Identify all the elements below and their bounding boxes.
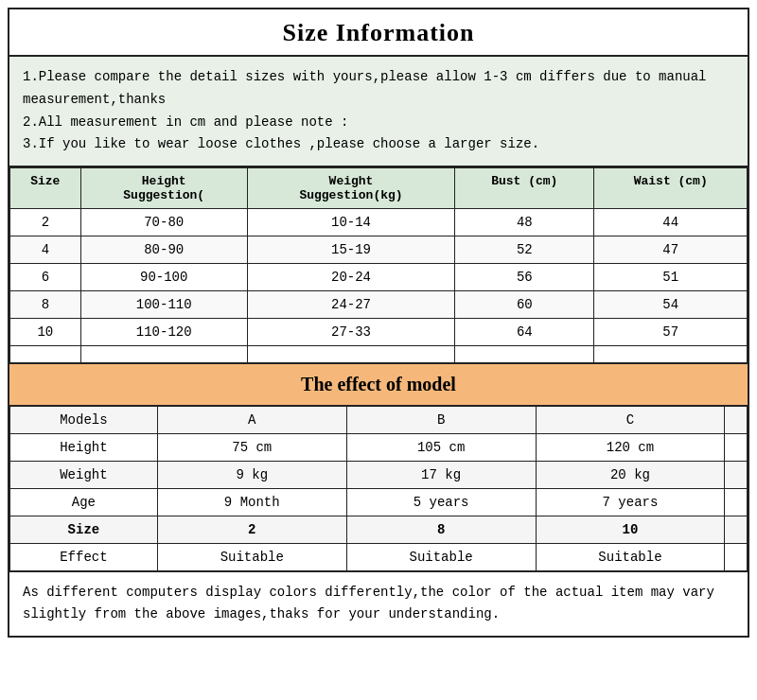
table-cell: 64 (455, 319, 594, 346)
table-cell: 90-100 (80, 264, 247, 291)
table-cell: 15-19 (247, 236, 455, 264)
table-cell: 70-80 (80, 209, 247, 236)
notes-section: 1.Please compare the detail sizes with y… (9, 57, 748, 167)
model-table-row: EffectSuitableSuitableSuitable (10, 543, 748, 571)
model-cell: Suitable (536, 543, 725, 571)
table-cell: 80-90 (80, 236, 247, 264)
model-cell: A (157, 406, 346, 433)
table-cell: 27-33 (247, 319, 455, 346)
table-cell: 10 (10, 319, 81, 346)
model-cell: 75 cm (157, 433, 346, 461)
model-cell: Suitable (346, 543, 536, 571)
model-section-title: The effect of model (9, 364, 748, 406)
table-cell: 100-110 (80, 291, 247, 319)
model-row-label: Models (10, 406, 158, 433)
model-table-row: Age9 Month5 years7 years (10, 488, 748, 516)
model-cell: C (536, 406, 725, 433)
note-3: 3.If you like to wear loose clothes ,ple… (23, 133, 734, 156)
table-row: 10110-12027-336457 (10, 319, 748, 346)
note-2: 2.All measurement in cm and please note … (23, 112, 734, 134)
col-header-bust: Bust (cm) (455, 168, 594, 209)
model-cell: 20 kg (536, 461, 725, 488)
table-row: 690-10020-245651 (10, 264, 748, 291)
table-cell: 57 (594, 319, 748, 346)
table-cell: 10-14 (247, 209, 455, 236)
empty-row (10, 346, 748, 363)
table-cell: 44 (594, 209, 748, 236)
model-row-label: Effect (10, 543, 158, 571)
model-cell: 9 kg (157, 461, 346, 488)
table-row: 480-9015-195247 (10, 236, 748, 264)
model-cell: 7 years (536, 488, 725, 516)
model-cell: 2 (157, 516, 346, 543)
model-row-label: Weight (10, 461, 158, 488)
model-table-row: Height75 cm105 cm120 cm (10, 433, 748, 461)
table-cell: 51 (594, 264, 748, 291)
table-cell: 48 (455, 209, 594, 236)
table-row: 8100-11024-276054 (10, 291, 748, 319)
table-row: 270-8010-144844 (10, 209, 748, 236)
footer-note: As different computers display colors di… (9, 572, 748, 637)
model-cell: 120 cm (536, 433, 725, 461)
main-container: Size Information 1.Please compare the de… (8, 8, 749, 638)
model-cell: Suitable (157, 543, 346, 571)
table-cell: 24-27 (247, 291, 455, 319)
note-1: 1.Please compare the detail sizes with y… (23, 66, 734, 112)
table-cell: 56 (455, 264, 594, 291)
model-cell: 17 kg (346, 461, 536, 488)
model-cell: 9 Month (157, 488, 346, 516)
table-cell: 6 (10, 264, 81, 291)
col-header-waist: Waist (cm) (594, 168, 748, 209)
table-cell: 54 (594, 291, 748, 319)
table-cell: 110-120 (80, 319, 247, 346)
model-cell: 10 (536, 516, 725, 543)
model-row-label: Height (10, 433, 158, 461)
model-cell: 5 years (346, 488, 536, 516)
size-table: Size HeightSuggestion( WeightSuggestion(… (9, 167, 748, 364)
model-cell: 8 (346, 516, 536, 543)
model-table-row: Size2810 (10, 516, 748, 543)
table-cell: 8 (10, 291, 81, 319)
col-header-weight: WeightSuggestion(kg) (247, 168, 455, 209)
table-cell: 4 (10, 236, 81, 264)
table-cell: 47 (594, 236, 748, 264)
size-table-header-row: Size HeightSuggestion( WeightSuggestion(… (10, 168, 748, 209)
model-table: ModelsABCHeight75 cm105 cm120 cmWeight9 … (9, 406, 748, 572)
page-title: Size Information (9, 9, 748, 57)
col-header-size: Size (10, 168, 81, 209)
model-cell: 105 cm (346, 433, 536, 461)
col-header-height: HeightSuggestion( (80, 168, 247, 209)
model-table-row: ModelsABC (10, 406, 748, 433)
model-cell: B (346, 406, 536, 433)
table-cell: 2 (10, 209, 81, 236)
model-table-row: Weight9 kg17 kg20 kg (10, 461, 748, 488)
model-row-label: Size (10, 516, 158, 543)
table-cell: 52 (455, 236, 594, 264)
table-cell: 60 (455, 291, 594, 319)
model-row-label: Age (10, 488, 158, 516)
table-cell: 20-24 (247, 264, 455, 291)
